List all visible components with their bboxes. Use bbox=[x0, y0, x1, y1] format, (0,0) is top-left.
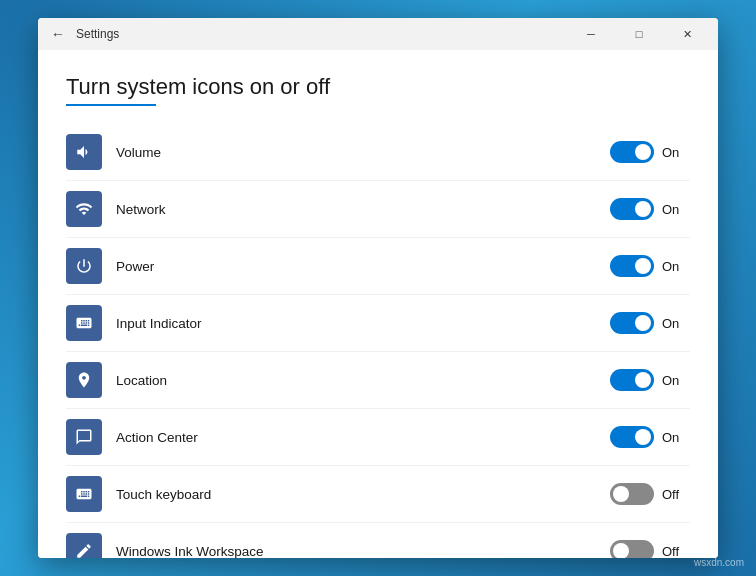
action-center-toggle-label: On bbox=[662, 430, 687, 445]
power-toggle-knob bbox=[635, 258, 651, 274]
location-toggle-knob bbox=[635, 372, 651, 388]
setting-row-power: PowerOn bbox=[66, 238, 690, 295]
power-toggle-wrapper: On bbox=[610, 255, 690, 277]
setting-row-touch-keyboard: Touch keyboardOff bbox=[66, 466, 690, 523]
network-toggle-wrapper: On bbox=[610, 198, 690, 220]
setting-row-windows-ink: Windows Ink WorkspaceOff bbox=[66, 523, 690, 558]
windows-ink-toggle-knob bbox=[613, 543, 629, 558]
setting-row-location: LocationOn bbox=[66, 352, 690, 409]
network-toggle-knob bbox=[635, 201, 651, 217]
settings-list: VolumeOnNetworkOnPowerOnInput IndicatorO… bbox=[66, 124, 690, 558]
minimize-button[interactable]: ─ bbox=[568, 18, 614, 50]
action-center-toggle[interactable] bbox=[610, 426, 654, 448]
network-icon bbox=[66, 191, 102, 227]
power-icon bbox=[66, 248, 102, 284]
setting-row-input-indicator: Input IndicatorOn bbox=[66, 295, 690, 352]
close-button[interactable]: ✕ bbox=[664, 18, 710, 50]
touch-keyboard-toggle[interactable] bbox=[610, 483, 654, 505]
action-center-label: Action Center bbox=[116, 430, 610, 445]
location-label: Location bbox=[116, 373, 610, 388]
back-button[interactable]: ← bbox=[46, 22, 70, 46]
input-indicator-toggle[interactable] bbox=[610, 312, 654, 334]
volume-toggle[interactable] bbox=[610, 141, 654, 163]
action-center-toggle-wrapper: On bbox=[610, 426, 690, 448]
touch-keyboard-label: Touch keyboard bbox=[116, 487, 610, 502]
title-underline bbox=[66, 104, 156, 106]
volume-toggle-label: On bbox=[662, 145, 687, 160]
network-toggle[interactable] bbox=[610, 198, 654, 220]
setting-row-action-center: Action CenterOn bbox=[66, 409, 690, 466]
page-title: Turn system icons on or off bbox=[66, 74, 690, 100]
volume-icon bbox=[66, 134, 102, 170]
windows-ink-toggle-wrapper: Off bbox=[610, 540, 690, 558]
setting-row-volume: VolumeOn bbox=[66, 124, 690, 181]
location-toggle[interactable] bbox=[610, 369, 654, 391]
titlebar: ← Settings ─ □ ✕ bbox=[38, 18, 718, 50]
maximize-button[interactable]: □ bbox=[616, 18, 662, 50]
input-indicator-icon bbox=[66, 305, 102, 341]
action-center-icon bbox=[66, 419, 102, 455]
touch-keyboard-toggle-label: Off bbox=[662, 487, 687, 502]
touch-keyboard-icon bbox=[66, 476, 102, 512]
window-title: Settings bbox=[76, 27, 568, 41]
windows-ink-toggle-label: Off bbox=[662, 544, 687, 559]
power-toggle-label: On bbox=[662, 259, 687, 274]
network-toggle-label: On bbox=[662, 202, 687, 217]
power-label: Power bbox=[116, 259, 610, 274]
power-toggle[interactable] bbox=[610, 255, 654, 277]
action-center-toggle-knob bbox=[635, 429, 651, 445]
windows-ink-toggle[interactable] bbox=[610, 540, 654, 558]
watermark: wsxdn.com bbox=[694, 557, 744, 568]
input-indicator-label: Input Indicator bbox=[116, 316, 610, 331]
window-controls: ─ □ ✕ bbox=[568, 18, 710, 50]
location-toggle-wrapper: On bbox=[610, 369, 690, 391]
input-indicator-toggle-label: On bbox=[662, 316, 687, 331]
network-label: Network bbox=[116, 202, 610, 217]
windows-ink-icon bbox=[66, 533, 102, 558]
location-toggle-label: On bbox=[662, 373, 687, 388]
input-indicator-toggle-wrapper: On bbox=[610, 312, 690, 334]
touch-keyboard-toggle-knob bbox=[613, 486, 629, 502]
volume-toggle-wrapper: On bbox=[610, 141, 690, 163]
settings-window: ← Settings ─ □ ✕ Turn system icons on or… bbox=[38, 18, 718, 558]
page-content: Turn system icons on or off VolumeOnNetw… bbox=[38, 50, 718, 558]
setting-row-network: NetworkOn bbox=[66, 181, 690, 238]
volume-toggle-knob bbox=[635, 144, 651, 160]
volume-label: Volume bbox=[116, 145, 610, 160]
location-icon bbox=[66, 362, 102, 398]
input-indicator-toggle-knob bbox=[635, 315, 651, 331]
windows-ink-label: Windows Ink Workspace bbox=[116, 544, 610, 559]
touch-keyboard-toggle-wrapper: Off bbox=[610, 483, 690, 505]
